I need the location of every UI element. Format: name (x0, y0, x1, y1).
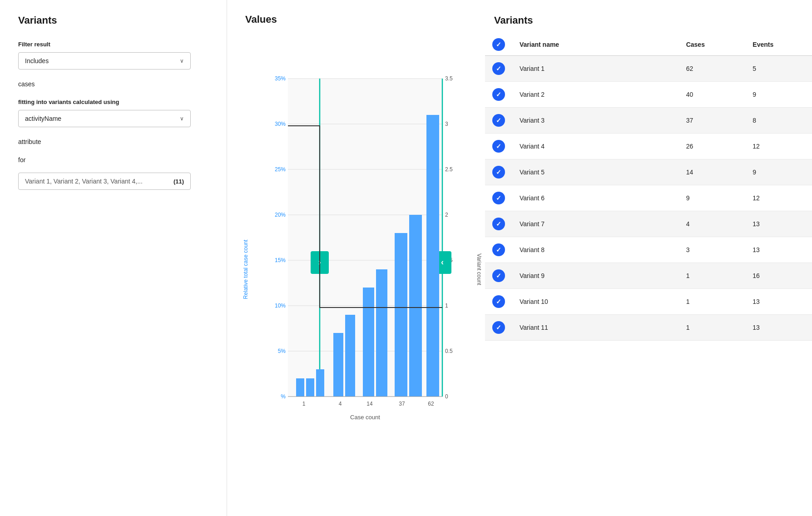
events-cell: 12 (745, 185, 812, 211)
svg-text:20%: 20% (275, 212, 286, 218)
col-check-header: ✓ (485, 34, 512, 56)
filter-result-section: Filter result Includes ∨ (18, 41, 208, 69)
left-panel-title: Variants (18, 15, 208, 26)
cases-cell: 14 (679, 159, 746, 185)
svg-text:5%: 5% (278, 348, 286, 354)
table-row: ✓Variant 11113 (485, 315, 812, 341)
svg-text:10%: 10% (275, 303, 286, 309)
svg-text:30%: 30% (275, 121, 286, 127)
table-row: ✓Variant 2409 (485, 82, 812, 108)
row-check-cell: ✓ (485, 82, 512, 108)
cases-cell: 62 (679, 56, 746, 82)
svg-text:35%: 35% (275, 75, 286, 82)
svg-text:%: % (281, 393, 286, 400)
variant-name-cell: Variant 7 (512, 211, 679, 237)
events-cell: 9 (745, 159, 812, 185)
attribute-label: attribute (18, 138, 208, 145)
filter-result-value: Includes (25, 57, 49, 64)
check-icon[interactable]: ✓ (492, 88, 505, 101)
variant-name-cell: Variant 3 (512, 108, 679, 134)
table-header-row: ✓ Variant name Cases Events (485, 34, 812, 56)
for-field-select[interactable]: Variant 1, Variant 2, Variant 3, Variant… (18, 173, 191, 190)
check-icon[interactable]: ✓ (492, 218, 505, 230)
svg-text:‹: ‹ (441, 258, 444, 267)
cases-cell: 40 (679, 82, 746, 108)
svg-text:Case count: Case count (350, 414, 380, 421)
row-check-cell: ✓ (485, 185, 512, 211)
events-cell: 5 (745, 56, 812, 82)
variant-name-cell: Variant 4 (512, 134, 679, 159)
variant-name-cell: Variant 11 (512, 315, 679, 341)
row-check-cell: ✓ (485, 56, 512, 82)
svg-rect-40 (426, 115, 439, 397)
svg-text:1: 1 (302, 401, 306, 407)
row-check-cell: ✓ (485, 237, 512, 263)
events-cell: 13 (745, 289, 812, 315)
svg-text:2.5: 2.5 (445, 166, 453, 173)
left-panel: Variants Filter result Includes ∨ cases … (0, 0, 227, 516)
table-row: ✓Variant 42612 (485, 134, 812, 159)
svg-text:0.5: 0.5 (445, 348, 453, 354)
chevron-down-icon: ∨ (180, 58, 184, 64)
col-cases-header: Cases (679, 34, 746, 56)
svg-text:4: 4 (339, 401, 342, 407)
check-icon[interactable]: ✓ (492, 295, 505, 308)
check-icon[interactable]: ✓ (492, 114, 505, 127)
variant-name-cell: Variant 2 (512, 82, 679, 108)
col-events-header: Events (745, 34, 812, 56)
svg-text:25%: 25% (275, 166, 286, 173)
chart-panel: Values Relative total case count Variant… (227, 0, 485, 516)
events-cell: 16 (745, 263, 812, 289)
check-icon[interactable]: ✓ (492, 243, 505, 256)
variant-name-cell: Variant 6 (512, 185, 679, 211)
svg-rect-32 (306, 378, 314, 397)
svg-rect-31 (296, 378, 304, 397)
cases-cell: 1 (679, 315, 746, 341)
events-cell: 13 (745, 211, 812, 237)
svg-text:37: 37 (399, 401, 405, 407)
check-icon[interactable]: ✓ (492, 269, 505, 282)
cases-cell: 9 (679, 185, 746, 211)
chevron-down-icon-2: ∨ (180, 115, 184, 122)
fitting-value: activityName (25, 115, 61, 122)
variant-name-cell: Variant 10 (512, 289, 679, 315)
row-check-cell: ✓ (485, 134, 512, 159)
y-left-axis-label: Relative total case count (243, 240, 249, 299)
filter-result-select[interactable]: Includes ∨ (18, 52, 191, 69)
variants-table: ✓ Variant name Cases Events ✓Variant 162… (485, 34, 812, 341)
header-check-icon[interactable]: ✓ (492, 38, 505, 51)
cases-label: cases (18, 80, 208, 88)
chart-title: Values (245, 14, 476, 25)
check-icon[interactable]: ✓ (492, 321, 505, 334)
table-row: ✓Variant 10113 (485, 289, 812, 315)
table-row: ✓Variant 6912 (485, 185, 812, 211)
right-panel: Variants ✓ Variant name Cases Events ✓Va… (485, 0, 812, 516)
variant-name-cell: Variant 8 (512, 237, 679, 263)
row-check-cell: ✓ (485, 315, 512, 341)
check-icon[interactable]: ✓ (492, 62, 505, 75)
svg-rect-34 (333, 333, 343, 397)
right-panel-title: Variants (485, 15, 812, 26)
table-row: ✓Variant 3378 (485, 108, 812, 134)
filter-result-label: Filter result (18, 41, 208, 48)
svg-text:62: 62 (428, 401, 434, 407)
svg-rect-37 (376, 269, 387, 397)
fitting-select[interactable]: activityName ∨ (18, 110, 191, 127)
for-section: for Variant 1, Variant 2, Variant 3, Var… (18, 156, 208, 190)
svg-text:2: 2 (445, 212, 448, 218)
row-check-cell: ✓ (485, 211, 512, 237)
svg-text:3.5: 3.5 (445, 75, 453, 82)
cases-cell: 3 (679, 237, 746, 263)
svg-text:1: 1 (445, 303, 448, 309)
variant-name-cell: Variant 9 (512, 263, 679, 289)
events-cell: 9 (745, 82, 812, 108)
check-icon[interactable]: ✓ (492, 192, 505, 204)
check-icon[interactable]: ✓ (492, 166, 505, 179)
svg-rect-33 (316, 369, 324, 397)
check-icon[interactable]: ✓ (492, 140, 505, 153)
row-check-cell: ✓ (485, 289, 512, 315)
events-cell: 8 (745, 108, 812, 134)
svg-rect-39 (409, 215, 422, 397)
attribute-section: attribute (18, 138, 208, 145)
cases-cell: 4 (679, 211, 746, 237)
